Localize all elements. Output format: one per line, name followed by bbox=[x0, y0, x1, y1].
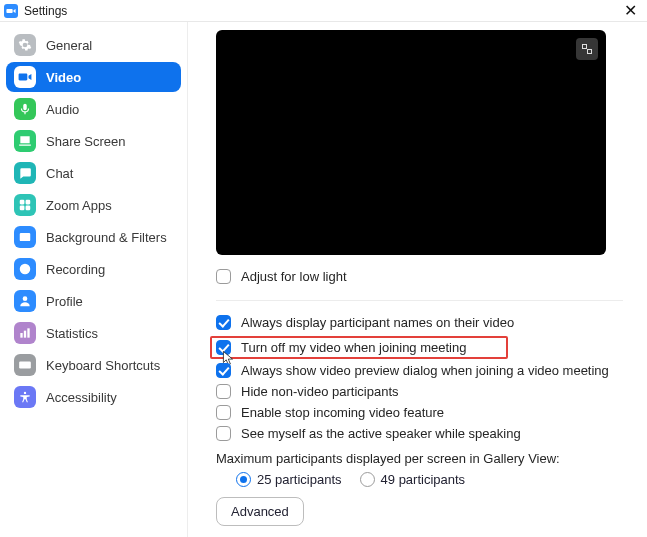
option-show_preview[interactable]: Always show video preview dialog when jo… bbox=[216, 363, 623, 378]
fullscreen-icon[interactable] bbox=[576, 38, 598, 60]
see_self_active-checkbox[interactable] bbox=[216, 426, 231, 441]
show_preview-checkbox[interactable] bbox=[216, 363, 231, 378]
divider bbox=[216, 300, 623, 301]
gallery-section-label: Maximum participants displayed per scree… bbox=[216, 451, 623, 466]
radio-49-participants[interactable]: 49 participants bbox=[360, 472, 466, 487]
sidebar-item-recording[interactable]: Recording bbox=[6, 254, 181, 284]
zoom-app-icon bbox=[4, 4, 18, 18]
radio-25-participants[interactable]: 25 participants bbox=[236, 472, 342, 487]
svg-rect-11 bbox=[27, 328, 29, 337]
stop_incoming-checkbox[interactable] bbox=[216, 405, 231, 420]
turn_off_video-label: Turn off my video when joining meeting bbox=[241, 340, 466, 355]
sidebar-item-general[interactable]: General bbox=[6, 30, 181, 60]
content-panel: Adjust for low light Always display part… bbox=[188, 22, 647, 537]
keyboard-icon bbox=[14, 354, 36, 376]
sidebar-item-label: Profile bbox=[46, 294, 83, 309]
window-title: Settings bbox=[24, 4, 67, 18]
sidebar-item-label: Video bbox=[46, 70, 81, 85]
general-icon bbox=[14, 34, 36, 56]
display_names-checkbox[interactable] bbox=[216, 315, 231, 330]
svg-rect-10 bbox=[24, 331, 26, 338]
titlebar: Settings ✕ bbox=[0, 0, 647, 22]
sidebar-item-bgfilters[interactable]: Background & Filters bbox=[6, 222, 181, 252]
svg-rect-9 bbox=[20, 333, 22, 338]
profile-icon bbox=[14, 290, 36, 312]
sidebar-item-label: Background & Filters bbox=[46, 230, 167, 245]
svg-rect-13 bbox=[21, 363, 22, 364]
option-stop_incoming[interactable]: Enable stop incoming video feature bbox=[216, 405, 623, 420]
stats-icon bbox=[14, 322, 36, 344]
display_names-label: Always display participant names on thei… bbox=[241, 315, 514, 330]
option-turn_off_video[interactable]: Turn off my video when joining meeting bbox=[216, 340, 502, 355]
sidebar-item-label: Audio bbox=[46, 102, 79, 117]
stop_incoming-label: Enable stop incoming video feature bbox=[241, 405, 444, 420]
sidebar-item-label: Recording bbox=[46, 262, 105, 277]
a11y-icon bbox=[14, 386, 36, 408]
sidebar-item-label: Statistics bbox=[46, 326, 98, 341]
adjust-low-light-checkbox[interactable] bbox=[216, 269, 231, 284]
sidebar-item-a11y[interactable]: Accessibility bbox=[6, 382, 181, 412]
option-see_self_active[interactable]: See myself as the active speaker while s… bbox=[216, 426, 623, 441]
sidebar-item-stats[interactable]: Statistics bbox=[6, 318, 181, 348]
advanced-button[interactable]: Advanced bbox=[216, 497, 304, 526]
sidebar-item-label: Zoom Apps bbox=[46, 198, 112, 213]
svg-point-5 bbox=[22, 235, 24, 237]
svg-point-8 bbox=[23, 296, 28, 301]
sidebar-item-share[interactable]: Share Screen bbox=[6, 126, 181, 156]
bgfilters-icon bbox=[14, 226, 36, 248]
sidebar-item-profile[interactable]: Profile bbox=[6, 286, 181, 316]
sidebar-item-video[interactable]: Video bbox=[6, 62, 181, 92]
svg-rect-3 bbox=[26, 206, 31, 211]
video-icon bbox=[14, 66, 36, 88]
adjust-low-light-label: Adjust for low light bbox=[241, 269, 347, 284]
apps-icon bbox=[14, 194, 36, 216]
chat-icon bbox=[14, 162, 36, 184]
sidebar-item-keyboard[interactable]: Keyboard Shortcuts bbox=[6, 350, 181, 380]
sidebar: GeneralVideoAudioShare ScreenChatZoom Ap… bbox=[0, 22, 188, 537]
radio-25-label: 25 participants bbox=[257, 472, 342, 487]
video-preview bbox=[216, 30, 606, 255]
sidebar-item-chat[interactable]: Chat bbox=[6, 158, 181, 188]
sidebar-item-audio[interactable]: Audio bbox=[6, 94, 181, 124]
audio-icon bbox=[14, 98, 36, 120]
svg-rect-2 bbox=[20, 206, 25, 211]
svg-rect-12 bbox=[19, 362, 31, 369]
see_self_active-label: See myself as the active speaker while s… bbox=[241, 426, 521, 441]
share-icon bbox=[14, 130, 36, 152]
svg-rect-15 bbox=[26, 363, 27, 364]
svg-rect-19 bbox=[583, 45, 587, 49]
sidebar-item-apps[interactable]: Zoom Apps bbox=[6, 190, 181, 220]
sidebar-item-label: General bbox=[46, 38, 92, 53]
svg-rect-16 bbox=[28, 363, 29, 364]
option-hide_nonvideo[interactable]: Hide non-video participants bbox=[216, 384, 623, 399]
radio-25-input[interactable] bbox=[236, 472, 251, 487]
adjust-low-light-row[interactable]: Adjust for low light bbox=[216, 269, 623, 284]
recording-icon bbox=[14, 258, 36, 280]
hide_nonvideo-checkbox[interactable] bbox=[216, 384, 231, 399]
sidebar-item-label: Chat bbox=[46, 166, 73, 181]
close-icon[interactable]: ✕ bbox=[618, 3, 643, 19]
sidebar-item-label: Share Screen bbox=[46, 134, 126, 149]
hide_nonvideo-label: Hide non-video participants bbox=[241, 384, 399, 399]
svg-rect-1 bbox=[26, 200, 31, 205]
gallery-radio-group: 25 participants 49 participants bbox=[236, 472, 623, 487]
svg-rect-0 bbox=[20, 200, 25, 205]
svg-point-7 bbox=[23, 267, 28, 272]
svg-rect-17 bbox=[22, 366, 28, 367]
highlight-box: Turn off my video when joining meeting bbox=[210, 336, 508, 359]
show_preview-label: Always show video preview dialog when jo… bbox=[241, 363, 609, 378]
turn_off_video-checkbox[interactable] bbox=[216, 340, 231, 355]
svg-rect-20 bbox=[588, 50, 592, 54]
option-display_names[interactable]: Always display participant names on thei… bbox=[216, 315, 623, 330]
svg-rect-14 bbox=[23, 363, 24, 364]
radio-49-input[interactable] bbox=[360, 472, 375, 487]
sidebar-item-label: Keyboard Shortcuts bbox=[46, 358, 160, 373]
radio-49-label: 49 participants bbox=[381, 472, 466, 487]
sidebar-item-label: Accessibility bbox=[46, 390, 117, 405]
svg-point-18 bbox=[24, 392, 26, 394]
